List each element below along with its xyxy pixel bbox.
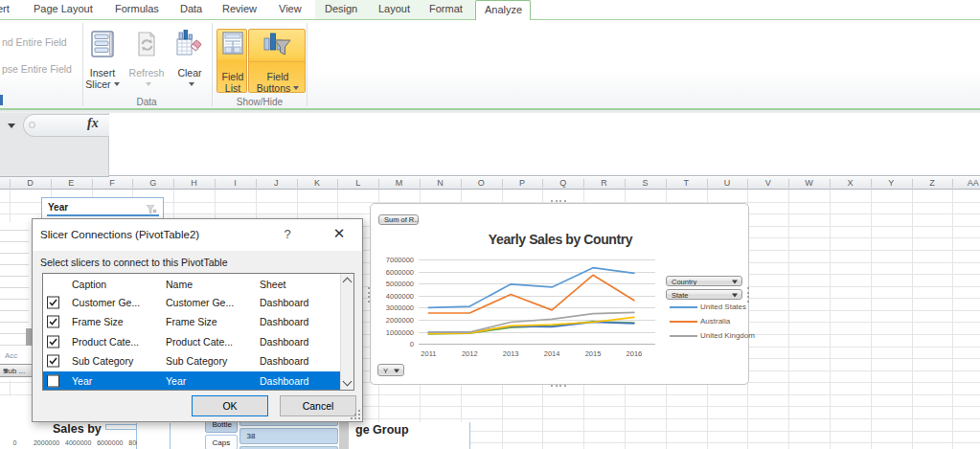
series-line[interactable] [428,317,634,333]
tab-view[interactable]: View [279,3,302,14]
cell-name: Product Cate... [166,336,233,348]
dialog-titlebar[interactable]: Slicer Connections (PivotTable2) ? ✕ [33,219,362,251]
column-header-P[interactable]: P [502,178,543,188]
axis-field-button[interactable]: Y [377,364,404,376]
column-header-I[interactable]: I [215,178,256,188]
checkbox-unchecked[interactable] [47,374,59,387]
column-header-Q[interactable]: Q [542,178,583,188]
field-buttons-button[interactable]: Field Buttons [248,29,306,93]
chart-selection-grip-right[interactable] [747,287,749,303]
tab-review[interactable]: Review [222,3,257,14]
column-header-M[interactable]: M [378,178,420,188]
tab-ert[interactable]: ert [0,3,10,14]
column-header-AA[interactable]: AA [952,178,980,188]
cell-name: Year [166,375,186,387]
chart-selection-grip-bottom[interactable] [551,385,566,387]
cancel-button[interactable]: Cancel [280,395,356,416]
column-header-V[interactable]: V [747,178,788,188]
x-tick-label[interactable]: 2014 [544,349,560,358]
left-chart-gridline [0,333,29,334]
list-scrollbar[interactable] [340,274,353,390]
value-field-button[interactable]: Sum of R... [378,214,419,225]
slicer-edge-line [170,423,171,449]
slicer-row-framesize[interactable]: Frame SizeFrame SizeDashboard [43,312,342,332]
slicer-row-productcate[interactable]: Product Cate...Product Cate...Dashboard [43,332,342,352]
tab-design[interactable]: Design [325,3,357,14]
column-header-E[interactable]: E [51,178,92,188]
tab-pagelayout[interactable]: Page Layout [34,3,93,14]
x-tick-label[interactable]: 2015 [585,349,602,358]
tab-data[interactable]: Data [180,3,202,14]
ribbon-group-showhide: Show/Hide [228,97,291,107]
field-list-button[interactable]: Field List [217,29,247,93]
y-tick-label: 7000000 [381,255,414,263]
column-header-Z[interactable]: Z [912,178,953,188]
cell-sheet: Dashboard [260,316,308,327]
column-header-K[interactable]: K [297,178,338,188]
tab-format[interactable]: Format [429,3,463,14]
dialog-help-button[interactable]: ? [280,227,295,241]
pivot-chart[interactable]: Yearly Sales by Country 0100000020000003… [370,203,749,385]
slicer-item-Caps[interactable]: Caps [205,435,238,449]
x-tick-label[interactable]: 2013 [503,349,519,358]
checkbox-checked[interactable] [47,316,59,328]
clear-filter-icon[interactable] [146,202,157,213]
column-header-L[interactable]: L [337,178,378,188]
column-header-D[interactable]: D [10,178,51,188]
x-tick-label[interactable]: 2016 [627,349,643,358]
slicer-list[interactable]: Caption Name Sheet Customer Ge...Custome… [42,273,354,391]
column-header-R[interactable]: R [583,178,625,188]
column-header-Y[interactable]: Y [871,178,912,188]
column-header-G[interactable]: G [132,178,173,188]
column-header-U[interactable]: U [707,178,748,188]
slicer-item-38[interactable]: 38 [239,428,338,444]
column-header-X[interactable]: X [830,178,871,188]
series-line[interactable] [428,323,634,333]
slicer-row-year[interactable]: YearYearDashboard [43,371,342,392]
legend-field-button-state[interactable]: State [666,289,742,300]
collapse-entire-field-button[interactable]: pse Entire Field [2,63,72,75]
name-box-dropdown-icon[interactable] [8,123,15,128]
left-chart-field-button[interactable]: Sub ... [0,364,34,377]
tab-analyze[interactable]: Analyze [475,0,531,20]
scroll-up-icon[interactable] [343,278,353,287]
column-header-T[interactable]: T [666,178,707,188]
dialog-resize-grip[interactable] [352,411,360,419]
left-chart-gridline [0,241,29,242]
tab-formulas[interactable]: Formulas [115,3,159,14]
insert-function-button[interactable]: fx [87,116,99,131]
checkbox-checked[interactable] [47,335,59,348]
expand-entire-field-button[interactable]: nd Entire Field [2,36,67,48]
column-header-F[interactable]: F [92,178,133,188]
formula-bar-input[interactable] [109,113,980,176]
column-header-J[interactable]: J [256,178,297,188]
chart-selection-grip-left[interactable] [368,287,370,303]
dropdown-arrow-icon [189,82,194,86]
year-slicer[interactable]: Year [41,197,164,219]
gridline-v [788,190,789,449]
legend-field-button-country[interactable]: Country [666,276,742,286]
column-header-N[interactable]: N [420,178,461,188]
column-header-S[interactable]: S [625,178,666,188]
slicer-row-subcategory[interactable]: Sub CategorySub CategoryDashboard [43,351,342,371]
clear-button[interactable]: Clear [169,67,211,90]
chart-selection-grip-top[interactable] [551,200,566,202]
checkbox-checked[interactable] [47,355,59,368]
ok-button[interactable]: OK [192,395,268,416]
slicer-row-customerge[interactable]: Customer Ge...Customer Ge...Dashboard [43,293,342,313]
column-separator [215,179,216,188]
checkbox-checked[interactable] [47,296,59,308]
dialog-close-button[interactable]: ✕ [330,225,349,242]
refresh-button[interactable]: Refresh [123,67,171,90]
column-separator [542,179,543,188]
column-header-O[interactable]: O [461,178,502,188]
field-list-label2: List [225,82,240,94]
column-header-W[interactable]: W [788,178,830,188]
scroll-down-icon[interactable] [343,377,353,387]
cell-sheet: Dashboard [260,355,308,367]
x-tick-label[interactable]: 2012 [462,349,478,358]
slicer-scrollbar[interactable] [339,422,349,449]
tab-layout[interactable]: Layout [378,3,410,14]
column-header-H[interactable]: H [173,178,215,188]
x-tick-label[interactable]: 2011 [421,349,436,358]
